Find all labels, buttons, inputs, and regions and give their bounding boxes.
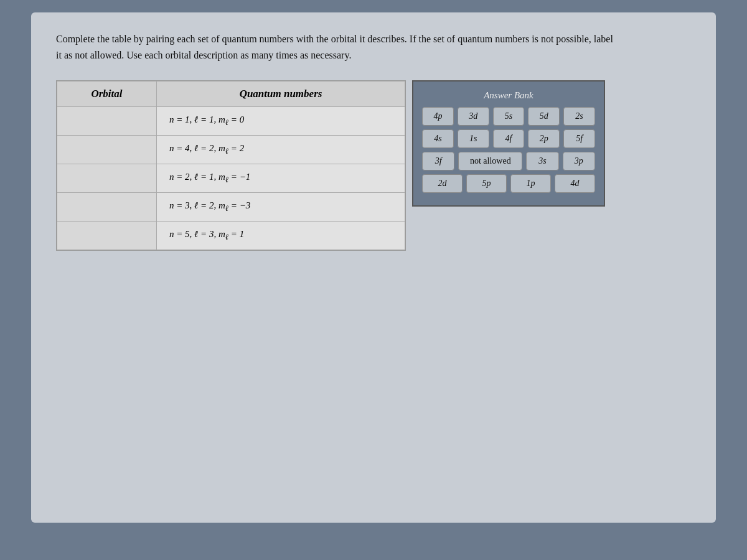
col-orbital-header: Orbital (57, 82, 157, 107)
answer-bank: Answer Bank 4p 3d 5s 5d 2s 4s 1s 4f 2p 5… (412, 80, 605, 207)
answer-chip-1p[interactable]: 1p (510, 174, 551, 193)
answer-chip-4d[interactable]: 4d (555, 174, 595, 193)
answer-chip-3p[interactable]: 3p (563, 152, 595, 170)
answer-chip-3f[interactable]: 3f (422, 152, 454, 170)
answer-chip-1s[interactable]: 1s (458, 129, 489, 148)
col-quantum-header: Quantum numbers (157, 82, 405, 107)
content-area: Orbital Quantum numbers n = 1, ℓ = 1, mℓ… (56, 80, 691, 251)
answer-chip-3s[interactable]: 3s (526, 152, 558, 170)
quantum-cell-5: n = 5, ℓ = 3, mℓ = 1 (157, 222, 405, 250)
answer-bank-row-1: 4p 3d 5s 5d 2s (422, 107, 595, 126)
table-row: n = 1, ℓ = 1, mℓ = 0 (57, 107, 405, 136)
table-row: n = 3, ℓ = 2, mℓ = −3 (57, 193, 405, 222)
orbital-cell-1[interactable] (57, 107, 157, 136)
answer-bank-row-2: 4s 1s 4f 2p 5f (422, 129, 595, 148)
answer-chip-4p[interactable]: 4p (422, 107, 454, 126)
quantum-cell-2: n = 4, ℓ = 2, mℓ = 2 (157, 136, 405, 164)
orbital-cell-4[interactable] (57, 193, 157, 222)
answer-chip-3d[interactable]: 3d (458, 107, 489, 126)
quantum-cell-3: n = 2, ℓ = 1, mℓ = −1 (157, 164, 405, 193)
main-container: Complete the table by pairing each set o… (31, 12, 716, 523)
answer-chip-not-allowed[interactable]: not allowed (458, 152, 522, 170)
table-row: n = 4, ℓ = 2, mℓ = 2 (57, 136, 405, 164)
answer-chip-5p[interactable]: 5p (466, 174, 507, 193)
answer-chip-4s[interactable]: 4s (422, 129, 454, 148)
table-wrapper: Orbital Quantum numbers n = 1, ℓ = 1, mℓ… (56, 80, 406, 251)
answer-bank-row-3: 3f not allowed 3s 3p (422, 152, 595, 170)
answer-chip-5f[interactable]: 5f (563, 129, 595, 148)
answer-chip-2d[interactable]: 2d (422, 174, 463, 193)
instructions-text: Complete the table by pairing each set o… (56, 31, 616, 63)
answer-bank-title: Answer Bank (422, 90, 595, 101)
answer-chip-4f[interactable]: 4f (493, 129, 525, 148)
quantum-cell-1: n = 1, ℓ = 1, mℓ = 0 (157, 107, 405, 136)
quantum-table: Orbital Quantum numbers n = 1, ℓ = 1, mℓ… (57, 81, 405, 250)
answer-chip-5s[interactable]: 5s (493, 107, 525, 126)
table-row: n = 5, ℓ = 3, mℓ = 1 (57, 222, 405, 250)
answer-bank-row-4: 2d 5p 1p 4d (422, 174, 595, 193)
answer-chip-2p[interactable]: 2p (528, 129, 560, 148)
table-row: n = 2, ℓ = 1, mℓ = −1 (57, 164, 405, 193)
orbital-cell-3[interactable] (57, 164, 157, 193)
orbital-cell-2[interactable] (57, 136, 157, 164)
quantum-cell-4: n = 3, ℓ = 2, mℓ = −3 (157, 193, 405, 222)
answer-chip-5d[interactable]: 5d (528, 107, 560, 126)
answer-chip-2s[interactable]: 2s (563, 107, 595, 126)
orbital-cell-5[interactable] (57, 222, 157, 250)
